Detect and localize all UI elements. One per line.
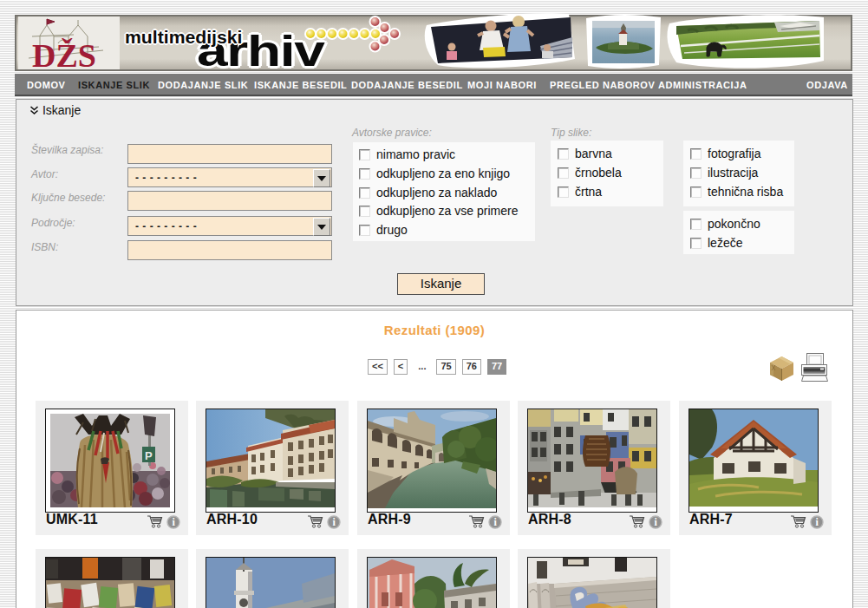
svg-text:P: P [145,449,153,462]
svg-text:DŽS: DŽS [32,37,96,69]
